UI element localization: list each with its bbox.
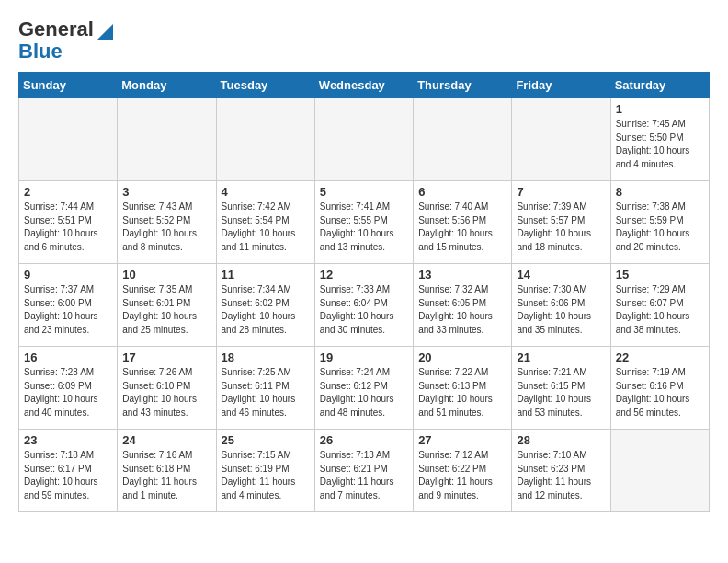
header-monday: Monday [118,73,216,98]
day-number: 5 [320,185,408,199]
calendar-cell: 14Sunrise: 7:30 AM Sunset: 6:06 PM Dayli… [512,264,610,347]
day-info: Sunrise: 7:24 AM Sunset: 6:12 PM Dayligh… [320,366,408,419]
day-number: 4 [222,185,310,199]
day-info: Sunrise: 7:37 AM Sunset: 6:00 PM Dayligh… [24,283,112,337]
day-info: Sunrise: 7:22 AM Sunset: 6:13 PM Dayligh… [418,366,506,419]
calendar-cell: 22Sunrise: 7:19 AM Sunset: 6:16 PM Dayli… [610,347,709,430]
calendar-week-0: 1Sunrise: 7:45 AM Sunset: 5:50 PM Daylig… [19,98,710,181]
day-number: 16 [24,350,112,364]
day-info: Sunrise: 7:29 AM Sunset: 6:07 PM Dayligh… [616,283,704,337]
day-number: 2 [24,185,112,199]
day-info: Sunrise: 7:45 AM Sunset: 5:50 PM Dayligh… [616,118,704,171]
calendar-table: SundayMondayTuesdayWednesdayThursdayFrid… [18,72,710,512]
day-number: 8 [616,185,704,199]
calendar-cell: 4Sunrise: 7:42 AM Sunset: 5:54 PM Daylig… [216,181,314,264]
day-info: Sunrise: 7:28 AM Sunset: 6:09 PM Dayligh… [24,366,112,419]
calendar-cell: 9Sunrise: 7:37 AM Sunset: 6:00 PM Daylig… [19,264,118,347]
day-info: Sunrise: 7:41 AM Sunset: 5:55 PM Dayligh… [320,201,408,254]
day-number: 23 [24,433,112,447]
calendar-cell: 3Sunrise: 7:43 AM Sunset: 5:52 PM Daylig… [118,181,216,264]
calendar-cell: 27Sunrise: 7:12 AM Sunset: 6:22 PM Dayli… [414,430,512,512]
calendar-cell: 11Sunrise: 7:34 AM Sunset: 6:02 PM Dayli… [216,264,314,347]
calendar-week-3: 16Sunrise: 7:28 AM Sunset: 6:09 PM Dayli… [19,347,710,430]
day-info: Sunrise: 7:38 AM Sunset: 5:59 PM Dayligh… [616,201,704,254]
logo: General Blue [18,18,113,63]
calendar-cell: 25Sunrise: 7:15 AM Sunset: 6:19 PM Dayli… [216,430,314,512]
calendar-cell [216,98,314,181]
day-info: Sunrise: 7:19 AM Sunset: 6:16 PM Dayligh… [616,366,704,419]
day-number: 19 [320,350,408,364]
day-info: Sunrise: 7:12 AM Sunset: 6:22 PM Dayligh… [418,449,506,502]
day-info: Sunrise: 7:26 AM Sunset: 6:10 PM Dayligh… [122,366,210,419]
day-number: 20 [418,350,506,364]
day-info: Sunrise: 7:34 AM Sunset: 6:02 PM Dayligh… [222,283,310,337]
calendar-cell: 5Sunrise: 7:41 AM Sunset: 5:55 PM Daylig… [314,181,413,264]
calendar-cell: 18Sunrise: 7:25 AM Sunset: 6:11 PM Dayli… [216,347,314,430]
calendar-cell: 20Sunrise: 7:22 AM Sunset: 6:13 PM Dayli… [414,347,512,430]
day-number: 3 [122,185,210,199]
day-number: 17 [122,350,210,364]
calendar-cell: 28Sunrise: 7:10 AM Sunset: 6:23 PM Dayli… [512,430,610,512]
day-info: Sunrise: 7:39 AM Sunset: 5:57 PM Dayligh… [517,201,605,254]
day-number: 21 [517,350,605,364]
calendar-cell: 8Sunrise: 7:38 AM Sunset: 5:59 PM Daylig… [610,181,709,264]
day-number: 14 [517,268,605,282]
calendar-cell: 6Sunrise: 7:40 AM Sunset: 5:56 PM Daylig… [414,181,512,264]
calendar-cell: 2Sunrise: 7:44 AM Sunset: 5:51 PM Daylig… [19,181,118,264]
day-number: 18 [222,350,310,364]
day-info: Sunrise: 7:43 AM Sunset: 5:52 PM Dayligh… [122,201,210,254]
calendar-cell: 17Sunrise: 7:26 AM Sunset: 6:10 PM Dayli… [118,347,216,430]
calendar-cell: 12Sunrise: 7:33 AM Sunset: 6:04 PM Dayli… [314,264,413,347]
day-info: Sunrise: 7:13 AM Sunset: 6:21 PM Dayligh… [320,449,408,502]
day-number: 27 [418,433,506,447]
calendar-cell: 15Sunrise: 7:29 AM Sunset: 6:07 PM Dayli… [610,264,709,347]
calendar-cell: 13Sunrise: 7:32 AM Sunset: 6:05 PM Dayli… [414,264,512,347]
header-thursday: Thursday [414,73,512,98]
day-number: 28 [517,433,605,447]
day-info: Sunrise: 7:40 AM Sunset: 5:56 PM Dayligh… [418,201,506,254]
svg-marker-0 [97,24,113,40]
calendar-cell [512,98,610,181]
day-number: 9 [24,268,112,282]
header-wednesday: Wednesday [314,73,413,98]
calendar-cell [314,98,413,181]
header-tuesday: Tuesday [216,73,314,98]
day-number: 15 [616,268,704,282]
calendar-cell: 24Sunrise: 7:16 AM Sunset: 6:18 PM Dayli… [118,430,216,512]
day-info: Sunrise: 7:25 AM Sunset: 6:11 PM Dayligh… [222,366,310,419]
calendar-cell: 21Sunrise: 7:21 AM Sunset: 6:15 PM Dayli… [512,347,610,430]
calendar-week-4: 23Sunrise: 7:18 AM Sunset: 6:17 PM Dayli… [19,430,710,512]
calendar-week-2: 9Sunrise: 7:37 AM Sunset: 6:00 PM Daylig… [19,264,710,347]
day-info: Sunrise: 7:32 AM Sunset: 6:05 PM Dayligh… [418,283,506,337]
calendar-cell: 10Sunrise: 7:35 AM Sunset: 6:01 PM Dayli… [118,264,216,347]
day-number: 22 [616,350,704,364]
day-number: 1 [616,102,704,116]
calendar-header-row: SundayMondayTuesdayWednesdayThursdayFrid… [19,73,710,98]
logo-blue: Blue [18,40,63,63]
calendar-cell [610,430,709,512]
logo-general: General [18,17,94,40]
day-number: 6 [418,185,506,199]
calendar-cell: 26Sunrise: 7:13 AM Sunset: 6:21 PM Dayli… [314,430,413,512]
page-header: General Blue [18,18,710,63]
calendar-cell [414,98,512,181]
calendar-cell [118,98,216,181]
day-info: Sunrise: 7:21 AM Sunset: 6:15 PM Dayligh… [517,366,605,419]
calendar-cell: 23Sunrise: 7:18 AM Sunset: 6:17 PM Dayli… [19,430,118,512]
calendar-cell: 16Sunrise: 7:28 AM Sunset: 6:09 PM Dayli… [19,347,118,430]
calendar-cell: 19Sunrise: 7:24 AM Sunset: 6:12 PM Dayli… [314,347,413,430]
day-info: Sunrise: 7:35 AM Sunset: 6:01 PM Dayligh… [122,283,210,337]
header-sunday: Sunday [19,73,118,98]
day-number: 25 [222,433,310,447]
day-info: Sunrise: 7:10 AM Sunset: 6:23 PM Dayligh… [517,449,605,502]
day-info: Sunrise: 7:15 AM Sunset: 6:19 PM Dayligh… [222,449,310,502]
day-info: Sunrise: 7:16 AM Sunset: 6:18 PM Dayligh… [122,449,210,502]
header-friday: Friday [512,73,610,98]
day-number: 11 [222,268,310,282]
calendar-cell [19,98,118,181]
calendar-cell: 7Sunrise: 7:39 AM Sunset: 5:57 PM Daylig… [512,181,610,264]
day-number: 12 [320,268,408,282]
day-number: 10 [122,268,210,282]
day-number: 7 [517,185,605,199]
header-saturday: Saturday [610,73,709,98]
